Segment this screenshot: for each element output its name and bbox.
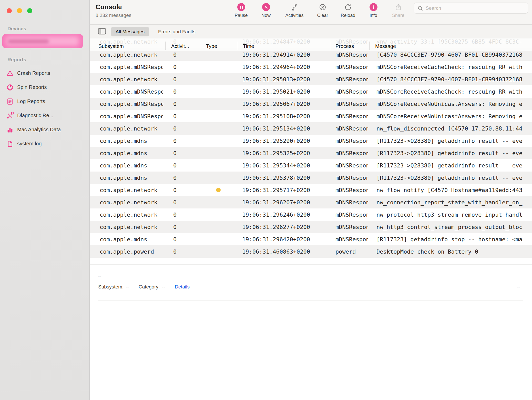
share-button[interactable]: Share — [384, 3, 412, 18]
column-divider[interactable] — [165, 42, 166, 50]
detail-subsystem-value: -- — [126, 284, 129, 290]
column-divider[interactable] — [237, 42, 237, 50]
log-table: com.apple.network019:06:31.294914+0200mD… — [90, 38, 532, 264]
log-row[interactable]: com.apple.network019:06:31.295134+0200mD… — [90, 122, 532, 135]
bar-chart-icon — [6, 126, 14, 133]
sidebar-item-label: Mac Analytics Data — [17, 127, 61, 133]
search-icon — [417, 5, 423, 11]
warning-triangle-icon — [6, 70, 14, 77]
table-header: com.apple.network 0 19:06:31.294847+0200… — [90, 38, 532, 51]
log-row[interactable]: com.apple.mdns019:06:31.295290+0200mDNSR… — [90, 135, 532, 147]
sidebar-item-diagnostic-reports[interactable]: Diagnostic Re... — [0, 108, 89, 123]
fault-type-dot — [216, 188, 221, 192]
info-button[interactable]: i Info — [359, 3, 387, 18]
devices-section-header: Devices — [7, 26, 26, 32]
column-header-subsystem[interactable]: Subsystem — [98, 43, 124, 50]
tab-bar: All Messages Errors and Faults — [90, 25, 532, 39]
log-row[interactable]: com.apple.powerd019:06:31.460863+0200pow… — [90, 245, 532, 258]
detail-category-label: Category: — [139, 284, 160, 290]
main-content: Console 8,232 messages Pause Now — [90, 0, 532, 400]
tab-all-messages[interactable]: All Messages — [111, 27, 149, 36]
sidebar-item-label: Spin Reports — [17, 84, 47, 90]
sidebar-item-spin-reports[interactable]: Spin Reports — [0, 80, 89, 94]
crossed-tools-icon — [6, 112, 14, 119]
log-row[interactable]: com.apple.mdns019:06:31.295325+0200mDNSR… — [90, 147, 532, 159]
page-icon — [6, 140, 14, 147]
detail-divider — [98, 301, 523, 301]
title-block: Console 8,232 messages — [96, 3, 131, 18]
reports-list: Crash Reports Spin Reports — [0, 66, 89, 151]
log-row[interactable]: com.apple.mdns019:06:31.295378+0200mDNSR… — [90, 172, 532, 184]
reload-button[interactable]: Reload — [334, 3, 362, 18]
pinwheel-icon — [6, 84, 14, 91]
sidebar-item-mac-analytics-data[interactable]: Mac Analytics Data — [0, 123, 89, 137]
log-row[interactable]: com.apple.network019:06:31.296277+0200mD… — [90, 221, 532, 233]
column-divider[interactable] — [369, 42, 370, 50]
sidebar-item-label: Diagnostic Re... — [17, 113, 53, 118]
detail-subsystem-label: Subsystem: — [98, 284, 124, 290]
activity-path-icon — [291, 3, 299, 11]
sidebar-item-label: Crash Reports — [17, 70, 50, 76]
log-row[interactable]: com.apple.mDNSResponder019:06:31.295067+… — [90, 98, 532, 110]
minimize-window-button[interactable] — [17, 8, 22, 13]
now-button[interactable]: Now — [252, 3, 280, 18]
close-window-button[interactable] — [7, 8, 12, 13]
column-headers: Subsystem Activit... Type Time Process M… — [90, 43, 532, 50]
activities-button[interactable]: Activities — [280, 3, 309, 18]
column-header-message[interactable]: Message — [375, 43, 396, 50]
sidebar-item-system-log[interactable]: system.log — [0, 137, 89, 151]
log-row[interactable]: com.apple.mdns019:06:31.296420+0200mDNSR… — [90, 233, 532, 245]
detail-right-value: -- — [517, 284, 520, 290]
column-divider[interactable] — [330, 42, 330, 50]
log-document-icon — [6, 98, 14, 105]
column-divider[interactable] — [200, 42, 200, 50]
column-header-type[interactable]: Type — [206, 43, 217, 50]
zoom-window-button[interactable] — [27, 8, 32, 13]
reports-section-header: Reports — [7, 57, 26, 63]
sidebar-item-label: Log Reports — [17, 98, 45, 104]
message-count: 8,232 messages — [96, 13, 131, 18]
share-icon — [394, 3, 402, 11]
toolbar: Console 8,232 messages Pause Now — [90, 0, 532, 25]
detail-pane: -- Subsystem: -- Category: -- Details -- — [90, 265, 532, 400]
log-row[interactable]: com.apple.network019:06:31.295717+0200mD… — [90, 184, 532, 196]
sidebar-item-log-reports[interactable]: Log Reports — [0, 94, 89, 108]
log-row[interactable]: com.apple.mDNSResponder019:06:31.295021+… — [90, 85, 532, 98]
log-row[interactable]: com.apple.mDNSResponder019:06:31.294964+… — [90, 61, 532, 73]
column-header-process[interactable]: Process — [335, 43, 354, 50]
window-controls — [7, 8, 32, 13]
log-row[interactable]: com.apple.mDNSResponder019:06:31.295108+… — [90, 110, 532, 122]
column-header-activity[interactable]: Activit... — [171, 43, 189, 50]
clear-button[interactable]: Clear — [309, 3, 337, 18]
pause-button[interactable]: Pause — [227, 3, 255, 18]
table-rows: com.apple.network019:06:31.294914+0200mD… — [90, 48, 532, 258]
device-name-redacted — [8, 39, 49, 43]
reload-icon — [344, 3, 352, 11]
details-link[interactable]: Details — [175, 284, 190, 290]
clear-circle-x-icon — [319, 3, 327, 11]
search-placeholder: Search — [426, 5, 441, 11]
log-row[interactable]: com.apple.network019:06:31.296207+0200mD… — [90, 196, 532, 208]
pause-icon — [237, 3, 245, 11]
window-title: Console — [96, 3, 131, 11]
log-row[interactable]: com.apple.network019:06:31.296246+0200mD… — [90, 208, 532, 221]
column-header-time[interactable]: Time — [243, 43, 254, 50]
detail-category-value: -- — [162, 284, 165, 290]
detail-title: -- — [98, 273, 101, 279]
search-input[interactable]: Search — [414, 3, 528, 14]
sidebar-toggle-icon[interactable] — [98, 28, 106, 35]
sidebar-item-crash-reports[interactable]: Crash Reports — [0, 66, 89, 80]
arrow-up-left-icon — [262, 3, 270, 11]
tab-errors-and-faults[interactable]: Errors and Faults — [158, 27, 196, 36]
info-icon: i — [370, 3, 377, 11]
log-row[interactable]: com.apple.mdns019:06:31.295344+0200mDNSR… — [90, 159, 532, 172]
log-row[interactable]: com.apple.network019:06:31.295013+0200mD… — [90, 73, 532, 85]
sidebar: Devices Reports Crash Reports — [0, 0, 90, 400]
sidebar-item-selected-device[interactable] — [2, 34, 83, 48]
sidebar-item-label: system.log — [17, 141, 42, 147]
console-window: Devices Reports Crash Reports — [0, 0, 532, 400]
detail-meta: Subsystem: -- Category: -- Details — [98, 284, 190, 290]
